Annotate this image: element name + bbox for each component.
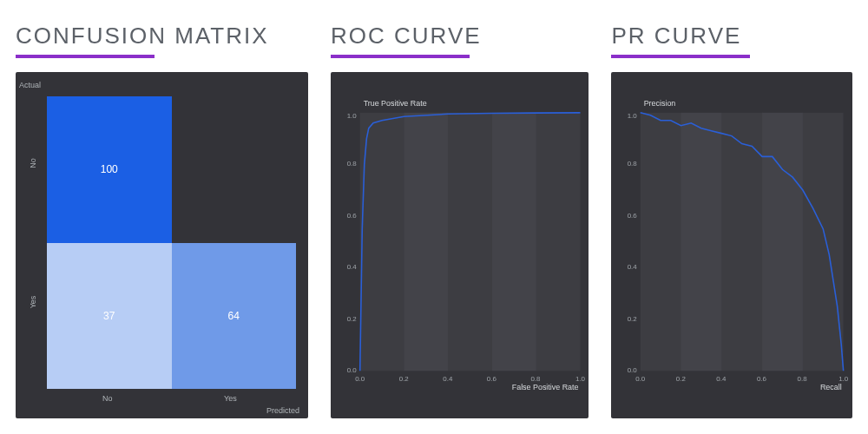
svg-text:0.8: 0.8 [798,375,808,383]
pr-chart: Precision Recall 0.0 0.2 0.4 0.6 0.8 1.0… [611,72,852,418]
svg-text:0.8: 0.8 [347,160,358,168]
pr-xlabel: Recall [820,383,842,391]
pr-title: PR CURVE [611,23,852,49]
svg-rect-2 [492,113,536,371]
confusion-grid: 100 37 64 [47,96,296,389]
svg-text:0.2: 0.2 [628,315,637,323]
svg-text:0.0: 0.0 [355,375,365,383]
svg-text:0.6: 0.6 [757,375,767,383]
svg-text:1.0: 1.0 [347,112,358,120]
svg-text:0.0: 0.0 [628,366,638,374]
roc-panel: True Positive Rate False Positive Rate 0… [331,72,589,418]
svg-text:0.4: 0.4 [628,263,638,271]
confusion-matrix-panel: Actual No Yes 100 37 64 No Yes Predicted [16,72,308,418]
roc-ylabel: True Positive Rate [364,99,427,108]
svg-rect-1 [404,113,449,371]
svg-text:1.0: 1.0 [839,375,850,383]
roc-chart: True Positive Rate False Positive Rate 0… [331,72,589,418]
confusion-underline [16,55,155,58]
confusion-cell-tn: 100 [47,96,172,243]
pr-ylabel: Precision [644,99,676,108]
svg-rect-0 [360,113,581,371]
confusion-row-label-no: No [29,156,37,170]
svg-text:0.2: 0.2 [347,315,357,323]
svg-text:0.0: 0.0 [636,375,647,383]
confusion-cell-fp [172,96,297,243]
confusion-col-label-no: No [102,394,113,403]
svg-text:0.6: 0.6 [628,212,638,220]
confusion-row-label-yes: Yes [29,295,37,309]
svg-text:0.4: 0.4 [717,375,727,383]
confusion-predicted-label: Predicted [266,406,299,415]
svg-text:0.4: 0.4 [347,263,358,271]
svg-text:0.2: 0.2 [676,375,686,383]
confusion-cell-fn: 37 [47,243,172,390]
pr-panel: Precision Recall 0.0 0.2 0.4 0.6 0.8 1.0… [611,72,852,418]
pr-underline [611,55,750,58]
svg-text:0.4: 0.4 [443,375,453,383]
svg-rect-16 [681,113,722,371]
roc-underline [331,55,470,58]
confusion-title: CONFUSION MATRIX [16,23,308,49]
confusion-cell-tp: 64 [172,243,297,390]
svg-text:0.8: 0.8 [530,375,541,383]
svg-text:0.6: 0.6 [487,375,497,383]
svg-text:0.6: 0.6 [347,212,358,220]
svg-text:1.0: 1.0 [628,112,638,120]
roc-xlabel: False Positive Rate [512,383,579,391]
confusion-col-label-yes: Yes [224,394,237,403]
svg-text:0.0: 0.0 [347,366,358,374]
svg-text:0.2: 0.2 [399,375,409,383]
roc-title: ROC CURVE [331,23,589,49]
svg-text:1.0: 1.0 [575,375,586,383]
confusion-actual-label: Actual [19,81,41,89]
svg-text:0.8: 0.8 [628,160,638,168]
svg-rect-15 [641,113,844,371]
svg-rect-17 [763,113,804,371]
